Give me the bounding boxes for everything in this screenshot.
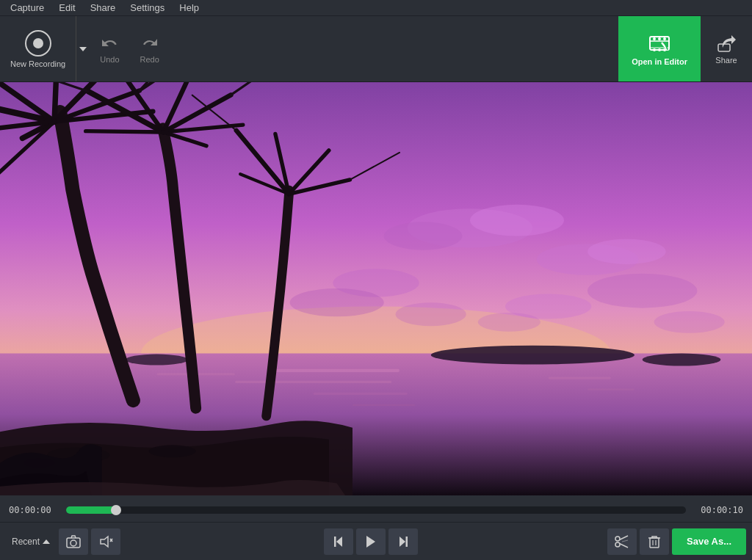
scissors-icon bbox=[615, 534, 629, 549]
svg-point-27 bbox=[384, 222, 463, 250]
speaker-icon bbox=[98, 535, 113, 548]
skip-end-button[interactable] bbox=[388, 528, 418, 555]
menu-bar: Capture Edit Share Settings Help bbox=[0, 0, 752, 16]
timeline-row: 00:00:00 00:00:10 bbox=[9, 501, 743, 519]
new-recording-button[interactable]: New Recording bbox=[0, 16, 76, 81]
svg-rect-24 bbox=[588, 389, 634, 390]
cut-button[interactable] bbox=[607, 528, 637, 555]
toolbar-right: Open in Editor Share bbox=[618, 16, 752, 81]
svg-point-33 bbox=[396, 302, 466, 326]
progress-fill bbox=[66, 506, 116, 514]
svg-rect-11 bbox=[718, 44, 730, 51]
time-end: 00:00:10 bbox=[692, 505, 743, 515]
open-in-editor-button[interactable]: Open in Editor bbox=[618, 16, 701, 81]
progress-thumb[interactable] bbox=[111, 505, 121, 515]
svg-point-29 bbox=[588, 239, 666, 264]
svg-point-7 bbox=[658, 48, 661, 51]
menu-help[interactable]: Help bbox=[172, 1, 206, 15]
svg-marker-83 bbox=[400, 537, 405, 547]
delete-button[interactable] bbox=[640, 528, 669, 555]
menu-share[interactable]: Share bbox=[83, 1, 123, 15]
svg-rect-23 bbox=[549, 377, 611, 379]
trash-icon bbox=[648, 534, 661, 549]
chevron-down-icon bbox=[79, 47, 87, 51]
screenshot-button[interactable] bbox=[59, 528, 88, 555]
play-button[interactable] bbox=[356, 528, 386, 555]
svg-rect-18 bbox=[274, 369, 400, 372]
svg-point-85 bbox=[615, 537, 620, 541]
svg-point-38 bbox=[149, 445, 196, 457]
menu-edit[interactable]: Edit bbox=[51, 1, 82, 15]
svg-rect-84 bbox=[406, 537, 408, 547]
svg-point-6 bbox=[653, 48, 656, 51]
menu-settings[interactable]: Settings bbox=[123, 1, 172, 15]
recent-button[interactable]: Recent bbox=[6, 528, 56, 555]
svg-rect-21 bbox=[352, 404, 415, 406]
svg-line-88 bbox=[620, 543, 629, 548]
play-icon bbox=[364, 535, 377, 548]
svg-point-4 bbox=[663, 37, 666, 40]
skip-start-button[interactable] bbox=[324, 528, 353, 555]
redo-icon bbox=[141, 34, 159, 52]
svg-point-26 bbox=[470, 205, 564, 236]
mute-button[interactable] bbox=[91, 528, 120, 555]
svg-point-76 bbox=[70, 540, 76, 546]
new-recording-dropdown[interactable] bbox=[76, 16, 90, 81]
timeline-area: 00:00:00 00:00:10 bbox=[0, 495, 752, 522]
svg-point-17 bbox=[126, 354, 188, 366]
bottom-controls: Recent bbox=[0, 522, 752, 560]
svg-line-89 bbox=[622, 540, 628, 542]
svg-point-3 bbox=[658, 37, 661, 40]
svg-line-87 bbox=[620, 536, 629, 540]
video-area bbox=[0, 82, 752, 495]
record-icon bbox=[25, 30, 51, 57]
undo-redo-group: Undo Redo bbox=[90, 16, 170, 81]
skip-start-icon bbox=[332, 536, 345, 548]
toolbar: New Recording Undo Redo bbox=[0, 16, 752, 82]
svg-marker-77 bbox=[101, 537, 108, 547]
recent-chevron-icon bbox=[43, 539, 50, 544]
svg-marker-80 bbox=[336, 537, 342, 547]
svg-rect-19 bbox=[235, 381, 391, 383]
svg-point-35 bbox=[290, 288, 384, 316]
svg-point-31 bbox=[588, 274, 697, 308]
svg-point-2 bbox=[653, 37, 656, 40]
svg-rect-81 bbox=[334, 537, 336, 547]
undo-icon bbox=[101, 34, 118, 52]
svg-point-15 bbox=[431, 346, 634, 365]
progress-track[interactable] bbox=[66, 506, 686, 514]
svg-rect-20 bbox=[314, 393, 408, 395]
redo-button[interactable]: Redo bbox=[130, 16, 170, 81]
undo-button[interactable]: Undo bbox=[90, 16, 129, 81]
svg-point-36 bbox=[654, 311, 725, 333]
skip-end-icon bbox=[397, 536, 410, 548]
svg-marker-82 bbox=[366, 536, 375, 548]
svg-point-16 bbox=[643, 354, 721, 366]
video-canvas bbox=[0, 82, 752, 495]
editor-icon bbox=[648, 32, 670, 54]
svg-rect-90 bbox=[650, 538, 659, 548]
menu-capture[interactable]: Capture bbox=[3, 1, 51, 15]
camera-icon bbox=[66, 535, 81, 548]
time-start: 00:00:00 bbox=[9, 505, 60, 515]
share-icon bbox=[717, 34, 736, 53]
svg-point-86 bbox=[615, 542, 620, 547]
svg-point-34 bbox=[478, 313, 540, 332]
save-as-button[interactable]: Save As... bbox=[672, 528, 746, 555]
share-button[interactable]: Share bbox=[701, 16, 752, 81]
